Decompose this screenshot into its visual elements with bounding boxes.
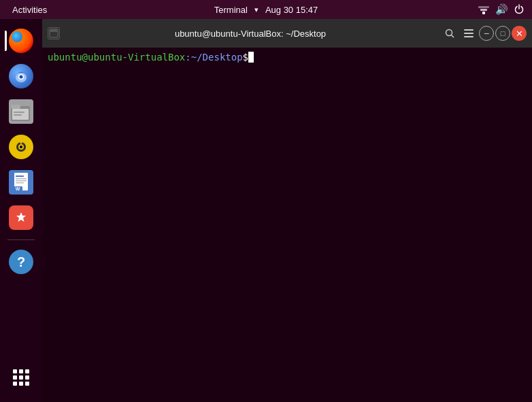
grid-dots-icon [13, 369, 29, 386]
files-icon [9, 99, 33, 124]
thunderbird-icon [9, 64, 33, 88]
firefox-icon [9, 29, 33, 53]
prompt-user: ubuntu@ubuntu-VirtualBox [48, 52, 185, 63]
sidebar-item-rhythmbox[interactable] [5, 131, 37, 163]
top-bar-right: 🔊 [478, 3, 525, 16]
svg-rect-25 [50, 29, 58, 32]
sidebar-item-writer[interactable]: W [5, 166, 37, 199]
network-icon[interactable] [478, 3, 490, 16]
sidebar-item-files[interactable] [5, 95, 37, 128]
show-apps-button[interactable] [5, 361, 37, 394]
cursor [248, 52, 254, 63]
active-indicator [5, 31, 7, 51]
sidebar-item-thunderbird[interactable] [5, 60, 37, 93]
sidebar-item-firefox[interactable] [5, 24, 37, 57]
active-app-label[interactable]: Terminal [214, 5, 248, 15]
svg-text:W: W [16, 186, 20, 191]
svg-point-14 [20, 146, 22, 148]
terminal-window: ubuntu@ubuntu-VirtualBox: ~/Desktop [42, 19, 532, 402]
svg-point-5 [20, 76, 23, 79]
menu-button[interactable] [460, 24, 478, 42]
help-icon: ? [9, 250, 33, 274]
svg-rect-1 [480, 9, 487, 11]
titlebar-center: ubuntu@ubuntu-VirtualBox: ~/Desktop [60, 29, 441, 39]
svg-rect-0 [482, 12, 485, 14]
svg-rect-10 [14, 114, 22, 116]
software-icon [9, 205, 33, 230]
svg-rect-19 [16, 180, 27, 182]
top-bar-left: Activities [7, 3, 52, 16]
svg-rect-2 [478, 6, 489, 8]
titlebar-right: − □ ✕ [441, 24, 527, 42]
top-bar: Activities Terminal ▾ Aug 30 15:47 🔊 [0, 0, 532, 19]
svg-point-26 [446, 30, 452, 36]
prompt-path: :~/Desktop [185, 52, 242, 63]
svg-rect-18 [16, 178, 27, 180]
volume-icon[interactable]: 🔊 [495, 3, 508, 16]
sidebar-item-software[interactable] [5, 201, 37, 234]
prompt-dollar: $ [243, 52, 248, 63]
close-button[interactable]: ✕ [512, 26, 527, 41]
power-icon[interactable] [513, 3, 525, 16]
terminal-tab-icon [48, 27, 60, 39]
titlebar-left [48, 27, 60, 39]
writer-icon: W [9, 170, 33, 195]
sidebar-item-help[interactable]: ? [5, 246, 37, 278]
svg-rect-9 [14, 112, 24, 113]
sidebar-divider [7, 239, 35, 240]
search-button[interactable] [441, 24, 459, 42]
sidebar-bottom [5, 361, 37, 394]
svg-line-27 [452, 35, 454, 38]
terminal-titlebar: ubuntu@ubuntu-VirtualBox: ~/Desktop [42, 19, 532, 48]
svg-point-15 [20, 142, 22, 144]
svg-rect-20 [16, 182, 24, 184]
active-app-arrow: ▾ [254, 5, 259, 14]
rhythmbox-icon [9, 135, 33, 159]
maximize-button[interactable]: □ [495, 26, 510, 41]
hamburger-icon [461, 27, 476, 40]
top-bar-center: Terminal ▾ Aug 30 15:47 [214, 0, 318, 19]
minimize-button[interactable]: − [479, 26, 494, 41]
prompt-line: ubuntu@ubuntu-VirtualBox :~/Desktop $ [48, 52, 527, 63]
activities-button[interactable]: Activities [7, 3, 52, 16]
sidebar: W ? [0, 19, 42, 402]
terminal-content[interactable]: ubuntu@ubuntu-VirtualBox :~/Desktop $ [42, 48, 532, 402]
svg-rect-17 [16, 175, 24, 177]
datetime: Aug 30 15:47 [265, 5, 318, 15]
svg-rect-7 [11, 105, 20, 109]
terminal-title: ubuntu@ubuntu-VirtualBox: ~/Desktop [175, 29, 326, 39]
